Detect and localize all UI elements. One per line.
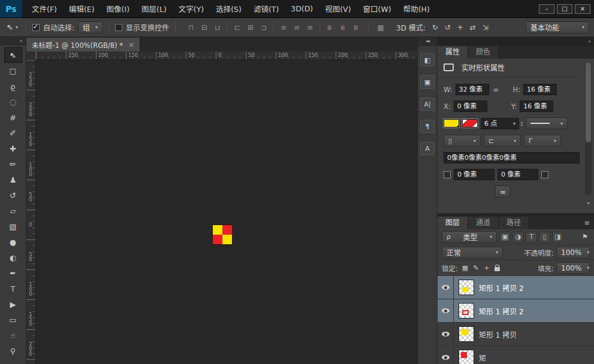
- canvas-viewport[interactable]: [36, 60, 417, 364]
- filter-kind-dropdown[interactable]: ρ 类型 ▾: [442, 231, 497, 243]
- workspace-dropdown[interactable]: 基本功能 ▾: [526, 22, 589, 34]
- visibility-toggle[interactable]: [438, 346, 454, 364]
- corner-radius-field-1[interactable]: 0 像素: [454, 169, 495, 180]
- path-selection-tool[interactable]: ▶: [4, 296, 22, 312]
- menu-3d[interactable]: 3D(D): [285, 0, 319, 17]
- link-dimensions-icon[interactable]: ∞: [493, 86, 499, 94]
- 3d-drag-icon[interactable]: +: [454, 22, 466, 34]
- ruler-corner[interactable]: [26, 51, 36, 60]
- align-right-edges-icon[interactable]: ⊐: [258, 22, 270, 34]
- menu-edit[interactable]: 编辑(E): [63, 0, 101, 17]
- distribute-vertical-centers-icon[interactable]: ≡: [291, 22, 303, 34]
- auto-select-checkbox[interactable]: [32, 24, 40, 31]
- auto-select-target-dropdown[interactable]: 组 ▾: [78, 22, 102, 34]
- scrollbar-thumb[interactable]: [586, 62, 591, 142]
- character-styles-panel-icon[interactable]: A: [420, 142, 435, 155]
- stroke-corners-dropdown[interactable]: Γ▾: [524, 135, 561, 147]
- maximize-button[interactable]: □: [557, 4, 572, 14]
- stroke-color-swatch[interactable]: [462, 119, 478, 128]
- height-field[interactable]: 16 像素: [523, 84, 557, 95]
- properties-scrollbar[interactable]: [585, 62, 592, 195]
- menu-help[interactable]: 帮助(H): [397, 0, 436, 17]
- tab-properties[interactable]: 属性: [438, 46, 468, 59]
- expand-toolbar-icon[interactable]: »: [0, 37, 26, 46]
- clone-stamp-tool[interactable]: ♟: [4, 172, 22, 187]
- distribute-bottom-icon[interactable]: ≡: [304, 22, 316, 34]
- link-corner-radii-button[interactable]: ∞: [495, 186, 511, 198]
- corner-radius-field-2[interactable]: 0 像素: [497, 169, 538, 180]
- character-panel-icon[interactable]: A|: [420, 98, 435, 111]
- scroll-down-icon[interactable]: ▾: [585, 201, 592, 206]
- blend-mode-dropdown[interactable]: 正常 ▾: [442, 247, 503, 259]
- layer-row[interactable]: 矩形 1 拷贝 2: [438, 299, 594, 323]
- zoom-tool[interactable]: ⚲: [4, 343, 22, 359]
- lock-image-pixels-icon[interactable]: ✎: [471, 263, 481, 273]
- tab-channels[interactable]: 通道: [468, 217, 499, 229]
- adjustments-panel-icon[interactable]: ◧: [420, 53, 435, 66]
- align-horizontal-centers-icon[interactable]: ⊞: [245, 22, 257, 34]
- corner-radii-field[interactable]: 0像素0像素0像素0像素: [444, 152, 580, 163]
- show-transform-checkbox[interactable]: [115, 24, 122, 31]
- distribute-right-icon[interactable]: ≡: [350, 22, 362, 34]
- 3d-slide-icon[interactable]: ⇄: [467, 22, 479, 34]
- paragraph-panel-icon[interactable]: ¶: [420, 120, 435, 133]
- menu-type[interactable]: 文字(Y): [173, 0, 210, 17]
- layer-row[interactable]: 矩形 1 拷贝: [438, 323, 594, 346]
- align-left-edges-icon[interactable]: ⊏: [231, 22, 243, 34]
- ruler-top[interactable]: 25020015010050050100150200250300: [36, 51, 417, 60]
- stroke-alignment-dropdown[interactable]: ▯▾: [444, 135, 481, 147]
- app-logo[interactable]: Ps: [0, 0, 22, 17]
- 3d-scale-icon[interactable]: ⇲: [480, 22, 492, 34]
- lock-transparent-pixels-icon[interactable]: ▦: [460, 263, 470, 273]
- blur-tool[interactable]: ●: [4, 234, 22, 250]
- eyedropper-tool[interactable]: ✐: [4, 125, 22, 141]
- rectangle-tool[interactable]: ▭: [4, 312, 22, 327]
- menu-window[interactable]: 窗口(W): [357, 0, 397, 17]
- 3d-rotate-icon[interactable]: ↻: [429, 22, 441, 34]
- filter-pixel-layers-icon[interactable]: ▣: [499, 232, 511, 242]
- collapse-dock-icon[interactable]: ◂◂: [418, 37, 437, 46]
- layer-row[interactable]: 矩形 1 拷贝 2: [438, 276, 594, 299]
- stroke-type-dropdown[interactable]: ▾: [526, 117, 568, 129]
- menu-layer[interactable]: 图层(L): [135, 0, 173, 17]
- align-bottom-edges-icon[interactable]: ⊔: [212, 22, 224, 34]
- rectangular-marquee-tool[interactable]: ▢: [4, 63, 22, 78]
- pen-tool[interactable]: ✒: [4, 265, 22, 281]
- quick-selection-tool[interactable]: ◌: [4, 94, 22, 110]
- tab-layers[interactable]: 图层: [438, 217, 468, 229]
- 3d-roll-icon[interactable]: ↺: [442, 22, 454, 34]
- menu-select[interactable]: 选择(S): [210, 0, 248, 17]
- distribute-top-icon[interactable]: ≡: [278, 22, 290, 34]
- layer-row[interactable]: 矩: [438, 346, 594, 364]
- visibility-toggle[interactable]: [438, 276, 454, 299]
- filter-type-layers-icon[interactable]: T: [526, 232, 537, 242]
- eraser-tool[interactable]: ▱: [4, 203, 22, 219]
- filter-shape-layers-icon[interactable]: ▯: [539, 232, 550, 242]
- close-button[interactable]: ×: [575, 4, 590, 14]
- stroke-caps-dropdown[interactable]: ⊏▾: [484, 135, 521, 147]
- document-tab[interactable]: 未标题-1 @ 100%(RGB/8) * ×: [26, 38, 140, 51]
- minimize-button[interactable]: –: [539, 4, 554, 14]
- brush-tool[interactable]: ✏: [4, 156, 22, 172]
- filter-smart-objects-icon[interactable]: ◨: [552, 232, 563, 242]
- clone-source-panel-icon[interactable]: ▣: [420, 75, 435, 89]
- canvas-artwork[interactable]: [213, 225, 232, 244]
- filter-adjustment-layers-icon[interactable]: ◑: [512, 232, 524, 242]
- distribute-horizontal-centers-icon[interactable]: ≡: [337, 22, 349, 34]
- gradient-tool[interactable]: ▧: [4, 219, 22, 234]
- visibility-toggle[interactable]: [438, 299, 454, 322]
- lasso-tool[interactable]: ϱ: [4, 78, 22, 94]
- fill-color-swatch[interactable]: [444, 119, 459, 128]
- stroke-width-field[interactable]: 6 点 ▾: [481, 118, 519, 129]
- tab-color[interactable]: 颜色: [468, 46, 499, 59]
- lock-position-icon[interactable]: +: [482, 263, 492, 273]
- current-tool-preset[interactable]: ⇖ ▾: [5, 22, 20, 33]
- stroke-width-spinner[interactable]: ▴▾: [521, 120, 523, 126]
- layers-panel-menu-icon[interactable]: ≡: [580, 217, 594, 229]
- width-field[interactable]: 32 像素: [456, 84, 489, 95]
- x-field[interactable]: 0 像素: [454, 101, 487, 112]
- menu-file[interactable]: 文件(F): [26, 0, 63, 17]
- menu-filter[interactable]: 滤镜(T): [248, 0, 285, 17]
- fill-dropdown[interactable]: 100% ▾: [556, 262, 590, 274]
- crop-tool[interactable]: #: [4, 110, 22, 125]
